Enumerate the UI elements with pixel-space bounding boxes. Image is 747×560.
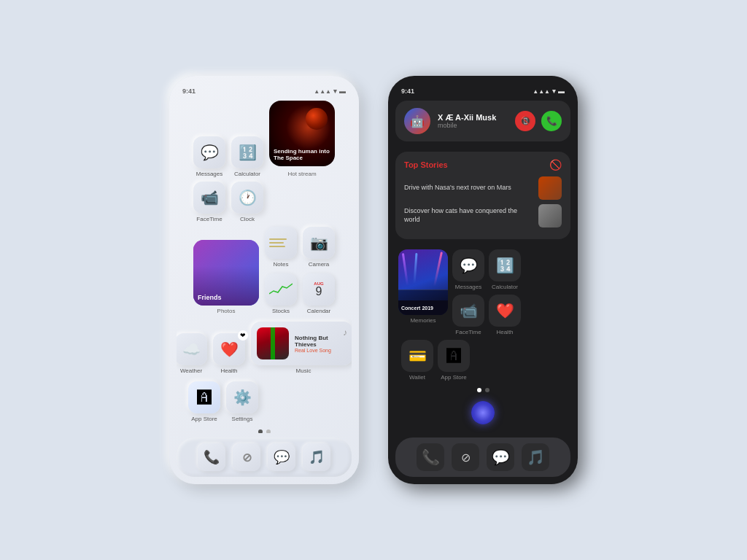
battery-icon-dark: ▬ <box>558 88 565 95</box>
siri-button-dark[interactable] <box>471 401 495 424</box>
dark-calculator-label: Calculator <box>492 284 518 290</box>
app-health[interactable]: ❤️ ❤ Health <box>213 333 245 374</box>
status-time-light: 9:41 <box>182 88 196 95</box>
music-track-title: Nothing But Thieves <box>295 335 337 348</box>
dock-dark-safari[interactable]: ⊘ <box>452 443 479 471</box>
call-banner[interactable]: 🤖 X Æ A-Xii Musk mobile 📵 📞 <box>395 101 570 141</box>
dark-health-icon: ❤️ <box>489 295 521 327</box>
status-time-dark: 9:41 <box>401 88 414 95</box>
facetime-icon-box: 📹 <box>193 182 225 214</box>
settings-label: Settings <box>232 416 253 422</box>
widget-music[interactable]: Nothing But Thieves Real Love Song ♪ Mus… <box>251 322 352 374</box>
app-calendar[interactable]: AUG 9 Calendar <box>303 273 335 314</box>
music-info: Nothing But Thieves Real Love Song <box>295 335 337 353</box>
call-info: X Æ A-Xii Musk mobile <box>438 113 508 129</box>
app-row-3: Friends Photos Notes <box>177 227 352 314</box>
photos-widget-label: Friends <box>198 294 222 301</box>
music-album-stripe <box>271 327 275 359</box>
calendar-label: Calendar <box>307 308 330 314</box>
app-row-6: 🅰 App Store ⚙️ Settings <box>177 381 352 422</box>
dark-app-health[interactable]: ❤️ Health <box>489 295 521 335</box>
stocks-icon-box <box>265 273 297 306</box>
wallet-row: 💳 Wallet 🅰 App Store <box>398 340 570 381</box>
call-decline-button[interactable]: 📵 <box>515 111 535 131</box>
news-icon: 🚫 <box>549 159 562 171</box>
dark-app-messages[interactable]: 💬 Messages <box>452 249 484 290</box>
memories-widget-box: Concert 2019 <box>398 249 448 315</box>
widget-memories[interactable]: Concert 2019 Memories <box>398 249 448 324</box>
concert-label: Concert 2019 <box>401 306 433 311</box>
weather-label: Weather <box>180 368 202 374</box>
status-bar-light: 9:41 ▲▲▲ ▾ ▬ <box>177 88 352 95</box>
page-dots-light <box>177 429 352 433</box>
dot-2 <box>266 429 271 433</box>
app-row-2: 📹 FaceTime 🕐 Clock <box>177 182 352 222</box>
planet-icon <box>306 108 328 130</box>
dot-1 <box>258 429 263 433</box>
dark-app-grid: 💬 Messages 🔢 Calculator 📹 FaceTime ❤️ He… <box>452 249 521 335</box>
app-facetime[interactable]: 📹 FaceTime <box>193 182 225 222</box>
app-calculator[interactable]: 🔢 Calculator <box>231 136 263 177</box>
health-icon-box: ❤️ ❤ <box>213 333 245 365</box>
stocks-chart-icon <box>269 282 293 297</box>
calculator-icon-box: 🔢 <box>231 136 263 168</box>
app-weather[interactable]: ☁️ Weather <box>177 333 207 374</box>
app-settings[interactable]: ⚙️ Settings <box>226 381 258 422</box>
dark-app-facetime[interactable]: 📹 FaceTime <box>452 295 484 335</box>
dark-app-wallet[interactable]: 💳 Wallet <box>401 340 433 381</box>
dock-dark-music[interactable]: 🎵 <box>522 443 549 471</box>
hot-stream-text: Sending human into The Space <box>274 148 330 162</box>
app-camera[interactable]: 📷 Camera <box>303 227 335 268</box>
widget-hot-stream[interactable]: Sending human into The Space Hot stream <box>269 101 335 177</box>
dock-safari[interactable]: ⊘ <box>233 443 260 471</box>
dark-app-calculator[interactable]: 🔢 Calculator <box>489 249 521 290</box>
dark-phone: 9:41 ▲▲▲ ▾ ▬ 🤖 X Æ A-Xii Musk mobile 📵 📞… <box>388 76 578 484</box>
dock-dark-messages[interactable]: 💬 <box>487 443 514 471</box>
dock-phone[interactable]: 📞 <box>198 443 225 471</box>
news-item-1[interactable]: Drive with Nasa's next rover on Mars <box>404 176 562 200</box>
phone-content-dark: 🤖 X Æ A-Xii Musk mobile 📵 📞 Top Stories … <box>395 101 570 433</box>
memories-label: Memories <box>410 317 436 324</box>
dark-health-label: Health <box>496 329 513 335</box>
hot-stream-label: Hot stream <box>287 171 316 177</box>
news-thumb-1 <box>538 176 562 200</box>
app-notes[interactable]: Notes <box>265 227 297 268</box>
app-stocks[interactable]: Stocks <box>265 273 297 314</box>
dock-messages[interactable]: 💬 <box>268 443 295 471</box>
phone-content-light: 💬 Messages 🔢 Calculator Sending human in… <box>177 101 352 433</box>
page-dots-dark <box>395 388 570 392</box>
dark-facetime-icon: 📹 <box>452 295 484 327</box>
dark-appstore-icon: 🅰 <box>438 340 470 372</box>
battery-icon: ▬ <box>339 88 346 95</box>
app-appstore[interactable]: 🅰 App Store <box>188 381 220 422</box>
app-row-1: 💬 Messages 🔢 Calculator Sending human in… <box>177 101 352 177</box>
music-album-art <box>257 327 289 359</box>
signal-icon: ▲▲▲ <box>314 88 331 95</box>
wifi-icon-dark: ▾ <box>552 88 556 95</box>
music-widget-label: Music <box>296 368 311 374</box>
dark-app-appstore[interactable]: 🅰 App Store <box>438 340 470 381</box>
health-badge: ❤ <box>238 330 248 341</box>
dot-dark-1 <box>477 388 481 392</box>
dock-dark-phone[interactable]: 📞 <box>417 443 444 471</box>
call-accept-button[interactable]: 📞 <box>541 111 562 131</box>
hot-stream-inner: Sending human into The Space <box>269 101 335 166</box>
dark-messages-icon: 💬 <box>452 249 484 281</box>
music-widget-box: Nothing But Thieves Real Love Song ♪ <box>251 322 352 365</box>
settings-icon-box: ⚙️ <box>226 381 258 413</box>
dark-facetime-label: FaceTime <box>455 329 481 335</box>
call-avatar: 🤖 <box>404 108 430 134</box>
dock-music[interactable]: 🎵 <box>303 443 330 471</box>
news-widget: Top Stories 🚫 Drive with Nasa's next rov… <box>395 152 570 239</box>
dock-dark: 📞 ⊘ 💬 🎵 <box>395 438 570 477</box>
widget-photos[interactable]: Friends Photos <box>193 240 259 314</box>
calendar-icon-box: AUG 9 <box>303 273 335 306</box>
clock-icon-box: 🕐 <box>231 182 263 214</box>
messages-label: Messages <box>196 171 222 177</box>
dock-light: 📞 ⊘ 💬 🎵 <box>177 438 352 477</box>
news-item-2[interactable]: Discover how cats have conquered the wor… <box>404 204 562 228</box>
app-messages[interactable]: 💬 Messages <box>193 136 225 177</box>
call-type: mobile <box>438 122 508 129</box>
app-clock[interactable]: 🕐 Clock <box>231 182 263 222</box>
light-phone: 9:41 ▲▲▲ ▾ ▬ 💬 Messages 🔢 Calculator <box>169 76 359 484</box>
